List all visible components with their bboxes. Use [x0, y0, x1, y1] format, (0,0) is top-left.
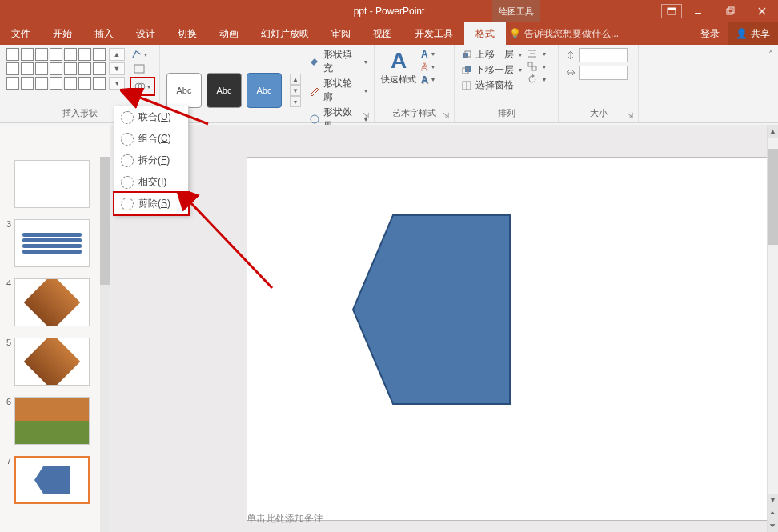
shape-outline-button[interactable]: 形状轮廓▾: [309, 77, 367, 104]
group-label-arrange: 排列: [461, 107, 551, 121]
group-shape-styles: Abc Abc Abc ▲ ▼ ▾ 形状填充▾ 形状轮廓▾: [160, 45, 375, 122]
previous-slide-button[interactable]: ⏶: [768, 506, 778, 519]
group-button[interactable]: ▾: [527, 61, 546, 72]
scroll-up-button[interactable]: ▲: [768, 125, 778, 138]
quick-styles-button[interactable]: A 快速样式: [381, 48, 416, 86]
merge-intersect-item[interactable]: 相交(I): [114, 171, 188, 193]
slide-editor: 单击此处添加备注 ▲ ▼ ⏶ ⏷: [110, 125, 778, 532]
tell-me-search[interactable]: 💡 告诉我您想要做什么...: [506, 22, 619, 45]
merge-shapes-button[interactable]: ▾: [133, 80, 152, 93]
slide-thumbnails-pane: 3 4 5 6 7: [0, 125, 110, 532]
text-fill-button[interactable]: A▾: [421, 49, 435, 60]
wordart-dialog-launcher[interactable]: ⇲: [443, 111, 452, 121]
merge-subtract-item[interactable]: 剪除(S): [113, 191, 190, 216]
pen-icon: [309, 85, 320, 96]
slide-thumbnail[interactable]: [14, 160, 90, 208]
tab-slideshow[interactable]: 幻灯片放映: [250, 22, 320, 45]
minimize-button[interactable]: [682, 0, 714, 22]
slide-thumbnail-7[interactable]: [14, 456, 90, 504]
style-gallery-down[interactable]: ▼: [290, 85, 301, 96]
group-size: 大小 ⇲: [559, 45, 639, 122]
merge-shapes-menu: 联合(U) 组合(C) 拆分(F) 相交(I) 剪除(S): [114, 106, 189, 215]
rotate-button[interactable]: ▾: [527, 74, 546, 85]
restore-button[interactable]: [714, 0, 746, 22]
ribbon-display-options-icon[interactable]: [661, 4, 682, 18]
merge-combine-item[interactable]: 组合(C): [114, 128, 188, 150]
next-slide-button[interactable]: ⏷: [768, 519, 778, 532]
scrollbar-handle[interactable]: [100, 157, 110, 285]
send-backward-button[interactable]: 下移一层▾: [461, 63, 522, 77]
login-button[interactable]: 登录: [692, 22, 728, 45]
tab-review[interactable]: 审阅: [320, 22, 362, 45]
thumb-row-unnumbered[interactable]: [0, 160, 110, 208]
thumb-number-5: 5: [0, 338, 14, 347]
slide-thumbnail-3[interactable]: [14, 219, 90, 267]
quick-styles-label: 快速样式: [381, 74, 416, 86]
shape-styles-dialog-launcher[interactable]: ⇲: [363, 111, 372, 121]
merge-union-item[interactable]: 联合(U): [114, 106, 188, 128]
gallery-more-button[interactable]: ▾: [109, 77, 125, 90]
text-fill-icon: A: [421, 49, 428, 60]
style-swatch-2[interactable]: Abc: [207, 73, 242, 108]
gallery-up-button[interactable]: ▲: [109, 48, 125, 61]
ribbon-tabs: 文件 开始 插入 设计 切换 动画 幻灯片放映 审阅 视图 开发工具 格式 💡 …: [0, 22, 778, 45]
scrollbar-handle[interactable]: [768, 149, 778, 245]
slide-canvas[interactable]: [247, 157, 778, 521]
edit-shape-button[interactable]: ▾: [130, 48, 149, 61]
paint-bucket-icon: [309, 56, 320, 67]
merge-combine-label: 组合: [138, 133, 158, 144]
contextual-tab-label: 绘图工具: [492, 0, 540, 22]
slide-thumbnail-6[interactable]: [14, 397, 90, 445]
svg-point-10: [311, 115, 319, 123]
notes-placeholder[interactable]: 单击此处添加备注: [247, 512, 323, 526]
style-gallery-more[interactable]: ▾: [290, 96, 301, 107]
tab-insert[interactable]: 插入: [83, 22, 125, 45]
align-button[interactable]: ▾: [527, 48, 546, 59]
style-swatch-1[interactable]: Abc: [166, 73, 202, 108]
scroll-down-button[interactable]: ▼: [768, 494, 778, 506]
shapes-gallery[interactable]: [6, 48, 106, 90]
svg-rect-3: [727, 9, 732, 14]
vertical-scrollbar[interactable]: ▲ ▼ ⏶ ⏷: [767, 125, 778, 532]
size-dialog-launcher[interactable]: ⇲: [627, 111, 636, 121]
bring-forward-button[interactable]: 上移一层▾: [461, 48, 522, 62]
shape-outline-label: 形状轮廓: [323, 77, 359, 104]
merge-fragment-item[interactable]: 拆分(F): [114, 150, 188, 171]
gallery-down-button[interactable]: ▼: [109, 62, 125, 75]
text-box-button[interactable]: [130, 62, 149, 75]
tab-home[interactable]: 开始: [42, 22, 83, 45]
share-button[interactable]: 👤 共享: [728, 22, 778, 45]
shape-fill-button[interactable]: 形状填充▾: [309, 48, 367, 75]
style-swatch-3[interactable]: Abc: [247, 73, 282, 108]
tab-developer[interactable]: 开发工具: [403, 22, 464, 45]
text-outline-button[interactable]: A▾: [421, 62, 435, 73]
text-effects-button[interactable]: A▾: [421, 74, 435, 86]
tab-format[interactable]: 格式: [464, 22, 506, 45]
tab-view[interactable]: 视图: [362, 22, 403, 45]
slide-thumbnail-4[interactable]: [14, 278, 90, 326]
style-gallery-up[interactable]: ▲: [290, 74, 301, 85]
merge-fragment-label: 拆分: [138, 154, 158, 166]
window-controls: [682, 0, 778, 22]
close-button[interactable]: [746, 0, 778, 22]
tab-design[interactable]: 设计: [125, 22, 166, 45]
selection-pane-button[interactable]: 选择窗格: [461, 78, 522, 92]
svg-rect-4: [728, 7, 734, 13]
width-input[interactable]: [579, 66, 628, 80]
align-icon: [527, 48, 538, 59]
tab-animations[interactable]: 动画: [208, 22, 250, 45]
height-input[interactable]: [579, 48, 628, 62]
tab-transitions[interactable]: 切换: [166, 22, 208, 45]
slide-thumbnail-5[interactable]: [14, 338, 90, 386]
bring-forward-icon: [461, 50, 472, 61]
pentagon-shape[interactable]: [351, 214, 511, 406]
group-arrange: 上移一层▾ 下移一层▾ 选择窗格 ▾ ▾ ▾ 排列: [455, 45, 559, 122]
thumbnails-scrollbar[interactable]: [100, 157, 110, 532]
thumb-number-3: 3: [0, 219, 14, 229]
rotate-icon: [527, 74, 538, 85]
svg-rect-21: [532, 66, 536, 70]
collapse-ribbon-icon[interactable]: ˄: [768, 50, 773, 61]
group-label-size: 大小: [565, 107, 632, 121]
tab-file[interactable]: 文件: [0, 22, 42, 45]
subtract-icon: [121, 198, 134, 210]
